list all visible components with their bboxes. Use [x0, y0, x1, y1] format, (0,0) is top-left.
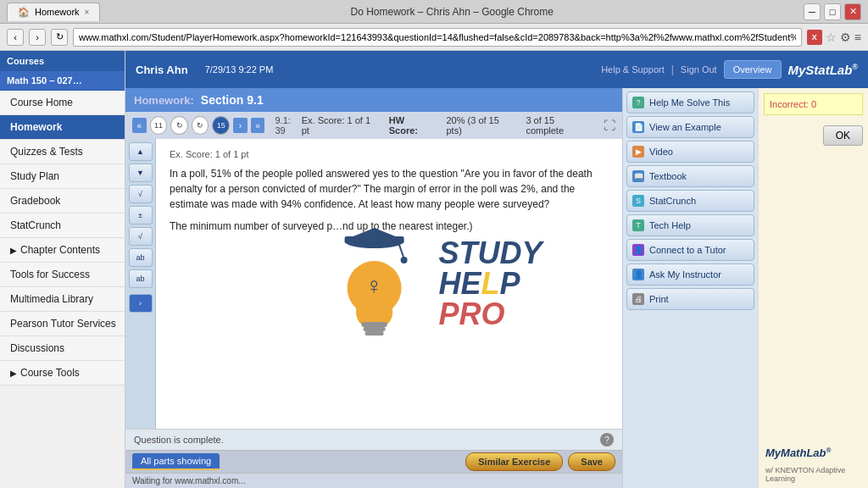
help-text: HELP: [439, 269, 542, 299]
lightbulb-icon: ♀: [324, 225, 426, 343]
sidebar-item-pearson-tutor[interactable]: Pearson Tutor Services: [0, 312, 125, 336]
sidebar-header: Courses: [0, 51, 125, 71]
sidebar-item-gradebook[interactable]: Gradebook: [0, 189, 125, 214]
side-tool-6[interactable]: ab: [129, 248, 153, 267]
refresh-btn[interactable]: ↻: [51, 29, 68, 46]
side-tool-4[interactable]: ±: [129, 206, 153, 225]
bottom-bar: Question is complete. ?: [125, 429, 622, 450]
sidebar-item-tools-for-success[interactable]: Tools for Success: [0, 263, 125, 287]
prev-question-btn[interactable]: 11: [150, 116, 168, 135]
side-tool-3[interactable]: √: [129, 185, 153, 203]
svg-rect-7: [364, 327, 386, 331]
side-tool-next[interactable]: ›: [129, 294, 153, 313]
question-btn-1[interactable]: ↻: [170, 116, 188, 135]
user-section: Chris Ahn 7/29/13 9:22 PM: [136, 64, 273, 76]
complete-label: 3 of 15 complete: [526, 115, 590, 136]
ask-instructor-btn[interactable]: 👤 Ask My Instructor: [626, 263, 754, 286]
first-question-btn[interactable]: «: [132, 118, 147, 133]
question-text: In a poll, 51% of the people polled answ…: [170, 166, 609, 212]
connect-tutor-btn[interactable]: 👤 Connect to a Tutor: [626, 239, 754, 261]
sidebar-item-discussions[interactable]: Discussions: [0, 336, 125, 361]
window-title: Do Homework – Chris Ahn – Google Chrome: [350, 6, 553, 18]
tab-close-icon[interactable]: ×: [85, 8, 90, 17]
hw-header: Homework: Section 9.1: [125, 88, 622, 112]
ex-score-display: Ex. Score: 1 of 1 pt: [170, 149, 609, 159]
minimize-btn[interactable]: ─: [804, 3, 821, 20]
close-btn[interactable]: ✕: [844, 3, 861, 20]
help-support-link[interactable]: Help & Support: [601, 64, 665, 75]
view-example-btn[interactable]: 📄 View an Example: [626, 116, 754, 138]
sidebar-item-multimedia-library[interactable]: Multimedia Library: [0, 287, 125, 312]
hw-tools-panel: ? Help Me Solve This 📄 View an Example ▶…: [622, 88, 758, 488]
print-btn[interactable]: 🖨 Print: [626, 288, 754, 310]
instructor-icon: 👤: [632, 269, 644, 280]
sidebar-item-quizzes-tests[interactable]: Quizzes & Tests: [0, 140, 125, 164]
expand-btn[interactable]: ⛶: [604, 119, 615, 132]
statcrunch-icon: S: [632, 195, 644, 207]
hw-nav-bar: « 11 ↻ ↻ 15 › » 9.1: 39 Ex. Score: 1 of …: [125, 112, 622, 139]
datetime: 7/29/13 9:22 PM: [205, 64, 274, 75]
knewton-label: w/ KNEWTON Adaptive Learning: [759, 466, 868, 488]
sidebar-item-study-plan[interactable]: Study Plan: [0, 164, 125, 189]
sidebar-item-statcrunch[interactable]: StatCrunch: [0, 214, 125, 238]
hw-score: 20% (3 of 15 pts): [446, 115, 512, 136]
question-num: 9.1: 39: [275, 115, 301, 136]
side-tool-5[interactable]: √: [129, 227, 153, 246]
browser-titlebar: 🏠 Homework × Do Homework – Chris Ahn – G…: [0, 0, 868, 24]
overview-btn[interactable]: Overview: [724, 60, 782, 79]
incorrect-box: Incorrect: 0: [764, 93, 863, 115]
svg-rect-6: [362, 322, 387, 327]
sidebar-item-chapter-contents[interactable]: ▶ Chapter Contents: [0, 238, 125, 263]
hw-left-tools: ▲ ▼ √ ± √ ab ab ›: [125, 139, 156, 429]
textbook-btn[interactable]: 📖 Textbook: [626, 165, 754, 187]
course-label: Math 150 – 027…: [0, 71, 125, 91]
svg-rect-8: [365, 331, 384, 336]
sidebar-item-course-tools[interactable]: ▶ Course Tools: [0, 361, 125, 385]
back-btn[interactable]: ‹: [7, 29, 24, 46]
question-btn-active[interactable]: 15: [212, 116, 230, 135]
far-right-panel: Incorrect: 0 OK MyMathLab® w/ KNEWTON Ad…: [758, 88, 868, 488]
tabs-bar: All parts showing Similar Exercise Save: [125, 450, 622, 473]
video-btn[interactable]: ▶ Video: [626, 141, 754, 163]
browser-tab[interactable]: 🏠 Homework ×: [7, 3, 100, 21]
hw-main: Homework: Section 9.1 « 11 ↻ ↻ 15 › » 9.…: [125, 88, 622, 488]
similar-exercise-btn[interactable]: Similar Exercise: [465, 452, 563, 471]
question-btn-2[interactable]: ↻: [192, 116, 209, 135]
homework-area: Homework: Section 9.1 « 11 ↻ ↻ 15 › » 9.…: [125, 88, 868, 488]
last-question-btn[interactable]: »: [251, 118, 265, 133]
side-tool-1[interactable]: ▲: [129, 142, 153, 161]
side-tool-7[interactable]: ab: [129, 269, 153, 288]
video-icon: ▶: [632, 146, 644, 158]
username: Chris Ahn: [136, 64, 188, 76]
help-icon: ?: [632, 97, 644, 108]
sidebar-item-course-home[interactable]: Course Home: [0, 91, 125, 115]
help-me-solve-btn[interactable]: ? Help Me Solve This: [626, 92, 754, 114]
address-bar[interactable]: [73, 28, 802, 47]
study-text: STUDY: [439, 238, 542, 269]
print-icon: 🖨: [632, 293, 644, 305]
tech-help-btn[interactable]: T Tech Help: [626, 214, 754, 236]
textbook-icon: 📖: [632, 170, 644, 182]
ext-icon-x: X: [807, 30, 822, 45]
help-circle-btn[interactable]: ?: [600, 433, 614, 446]
top-right-controls: Help & Support | Sign Out Overview MySta…: [601, 60, 858, 79]
example-icon: 📄: [632, 121, 644, 133]
statcrunch-tool-btn[interactable]: S StatCrunch: [626, 190, 754, 212]
side-tool-2[interactable]: ▼: [129, 164, 153, 182]
ok-btn[interactable]: OK: [823, 125, 863, 146]
top-bar: Chris Ahn 7/29/13 9:22 PM Help & Support…: [125, 51, 868, 88]
hw-score-label: HW Score:: [389, 115, 433, 136]
save-btn[interactable]: Save: [568, 452, 615, 471]
sign-out-link[interactable]: Sign Out: [681, 64, 717, 75]
menu-icon[interactable]: ≡: [854, 30, 861, 44]
all-parts-tab[interactable]: All parts showing: [132, 453, 220, 470]
star-icon[interactable]: ☆: [826, 30, 837, 44]
next-question-btn[interactable]: ›: [233, 118, 248, 133]
settings-icon[interactable]: ⚙: [840, 30, 851, 44]
maximize-btn[interactable]: □: [824, 3, 841, 20]
sidebar-nav: Course Home Homework Quizzes & Tests Stu…: [0, 91, 125, 488]
tab-favicon: 🏠: [18, 7, 30, 18]
forward-btn[interactable]: ›: [29, 29, 46, 46]
ex-score: Ex. Score: 1 of 1 pt: [302, 115, 376, 136]
sidebar-item-homework[interactable]: Homework: [0, 115, 125, 140]
